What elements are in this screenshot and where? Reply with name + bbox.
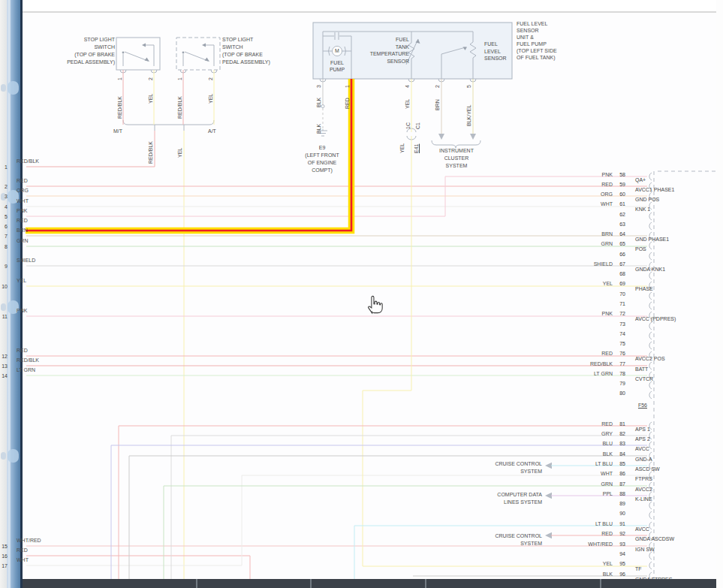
pin-number: 79: [616, 381, 625, 386]
pin-wire-color: GRN: [556, 481, 613, 487]
wire-number: 16: [0, 553, 8, 559]
pin-wire-color: BLK: [556, 451, 613, 457]
wire-color-label: PNK: [17, 208, 27, 213]
pin-wire-color: RED: [556, 531, 613, 536]
pin-number: 65: [616, 241, 625, 246]
pin-number: 93: [616, 541, 625, 547]
motor-m-label: M: [333, 47, 341, 55]
wire-color-label: ORG: [17, 188, 29, 193]
wire-number: 11: [0, 314, 8, 319]
wire-color-label: GRN: [17, 238, 29, 243]
pin-function-label: K-LINE: [635, 496, 652, 502]
wire-number: 15: [0, 544, 8, 549]
pin-function-label: BATT: [635, 366, 648, 372]
wire-color-label: BRN: [17, 228, 28, 233]
wire-color-label: WHT: [17, 557, 29, 562]
taskbar-separator: [196, 579, 197, 588]
pin-number: 76: [616, 351, 625, 356]
taskbar-separator: [310, 579, 312, 588]
pin-number: 60: [616, 191, 625, 197]
wire-number: 13: [0, 363, 8, 369]
switch2-pin2-color: YEL: [208, 94, 214, 104]
pin-number: 90: [616, 511, 625, 516]
mt-label: M/T: [113, 128, 122, 135]
pin-function-label: TF: [635, 566, 642, 571]
temp-pin4-number: 4: [405, 85, 411, 88]
temp-pin4-color: YEL: [405, 99, 411, 109]
wire-color-label: RED/BLK: [17, 357, 39, 363]
pin-number: 83: [616, 441, 625, 446]
pump-pin1-color: RED: [345, 98, 351, 109]
fuel-unit-note: FUEL LEVEL SENSOR UNIT & FUEL PUMP (TOP …: [517, 20, 557, 61]
pin-function-label: AVCC (PDPRES): [635, 316, 676, 321]
pump-pin3-color: BLK: [316, 98, 322, 107]
pin-function-label: GNDA ASCDSW: [635, 536, 674, 541]
pin-function-label: AVCC2 POS: [635, 356, 665, 361]
connector-grid-c1: C1: [415, 122, 421, 129]
pin-number: 77: [616, 361, 625, 366]
merged-redblk-label: RED/BLK: [148, 141, 154, 164]
pin-number: 92: [616, 531, 625, 536]
pin-function-label: GND-A: [635, 457, 652, 462]
pin-number: 72: [616, 311, 625, 316]
pin-function-label: ASCD SW: [635, 466, 660, 472]
scrollbar-bump: [8, 81, 19, 95]
pin-number: 66: [616, 252, 625, 257]
switch2-pin1-color: RED/BLK: [177, 96, 183, 119]
ground-wire-color: BLK: [316, 124, 322, 134]
pin-wire-color: WHT: [556, 471, 613, 476]
connector-grid-1c: 1C: [405, 122, 411, 129]
wire-number: 5: [0, 214, 8, 219]
pin-number: 58: [616, 172, 625, 177]
cruise-control-ref-1: CRUISE CONTROL SYSTEM: [484, 460, 542, 475]
screen: STOP LIGHT SWITCH (TOP OF BRAKE PEDAL AS…: [0, 0, 723, 588]
wire-color-label: RED/BLK: [17, 158, 39, 164]
wire-color-label: PNK: [17, 308, 27, 313]
fuel-level-sensor-label: FUEL LEVEL SENSOR: [484, 41, 507, 62]
pin-wire-color: GRY: [556, 431, 613, 436]
pin-function-label: GNDA KNK1: [635, 267, 665, 272]
pin-number: 59: [616, 182, 625, 187]
canvas-top-rule: [23, 11, 716, 13]
switch2-pin2-number: 2: [208, 77, 214, 80]
pin-wire-color: SHIELD: [556, 261, 613, 267]
wire-color-label: SHIELD: [17, 258, 35, 263]
pin-function-label: APS 1: [635, 427, 650, 432]
pin-wire-color: BLK: [556, 571, 613, 577]
wire-number: 6: [0, 224, 8, 229]
pin-wire-color: RED: [556, 421, 613, 427]
connector-id-e41: E41: [414, 144, 420, 153]
wire-number: 1: [0, 164, 8, 170]
pin-number: 80: [616, 390, 625, 396]
taskbar-separator: [600, 579, 601, 588]
pin-function-label: AVCC: [635, 526, 649, 532]
wire-number: 14: [0, 373, 8, 378]
pin-number: 86: [616, 471, 625, 476]
pin-wire-color: LT BLU: [556, 461, 613, 466]
pin-number: 95: [616, 561, 625, 566]
switch1-pin1-color: RED/BLK: [117, 96, 123, 119]
pin-wire-color: LT GRN: [556, 371, 613, 376]
wire-number: 9: [0, 264, 8, 269]
wire-color-label: RED: [17, 218, 28, 223]
pin-function-label: CVTCR: [635, 376, 653, 381]
pin-wire-color: YEL: [556, 281, 613, 286]
connector-id-f56: F56: [631, 402, 647, 409]
pin-wire-color: RED: [556, 351, 613, 356]
pin-function-label: APS 2: [635, 436, 650, 442]
pin-number: 62: [616, 212, 625, 217]
wire-color-label: WHT: [17, 198, 29, 204]
scrollbar-bump: [8, 449, 19, 463]
wire-number: 3: [0, 194, 8, 199]
switch1-pin1-number: 1: [117, 77, 123, 80]
pin-number: 85: [616, 461, 625, 466]
fuel-pump-label: FUEL PUMP: [325, 59, 349, 73]
wire-color-label: RED: [17, 348, 28, 353]
merged-yel-label: YEL: [177, 148, 183, 158]
taskbar-separator: [425, 579, 426, 588]
wire-color-label: RED: [17, 178, 28, 183]
pump-pin1-number: 1: [345, 85, 351, 88]
at-label: A/T: [208, 128, 216, 135]
pin-number: 68: [616, 271, 625, 276]
taskbar[interactable]: [23, 579, 716, 588]
